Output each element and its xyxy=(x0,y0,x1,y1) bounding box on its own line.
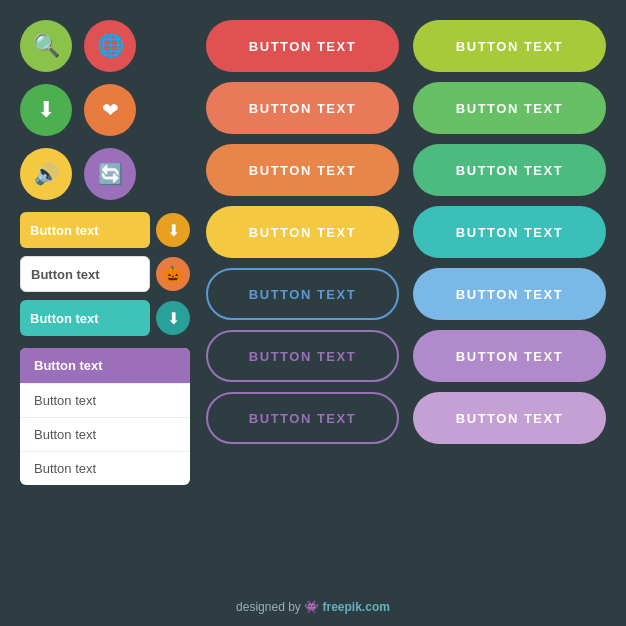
dropdown-item-1[interactable]: Button text xyxy=(20,383,190,417)
small-button-row-2: Button text 🎃 xyxy=(20,256,190,292)
button-salmon[interactable]: BUTTON TEXT xyxy=(206,82,399,134)
button-column-1: BUTTON TEXT BUTTON TEXT BUTTON TEXT BUTT… xyxy=(206,20,399,485)
small-button-yellow[interactable]: Button text xyxy=(20,212,150,248)
icon-row-3: 🔊 🔄 xyxy=(20,148,190,200)
small-button-teal[interactable]: Button text xyxy=(20,300,150,336)
footer-brand: freepik.com xyxy=(323,600,390,614)
button-blue-solid[interactable]: BUTTON TEXT xyxy=(413,268,606,320)
small-button-white-label: Button text xyxy=(31,267,100,282)
dropdown-header[interactable]: Button text xyxy=(20,348,190,383)
dropdown-item-3[interactable]: Button text xyxy=(20,451,190,485)
button-green-light[interactable]: BUTTON TEXT xyxy=(413,20,606,72)
footer: designed by 👾 freepik.com xyxy=(0,600,626,614)
footer-text: designed by xyxy=(236,600,304,614)
download-teal-small-icon[interactable]: ⬇ xyxy=(156,301,190,335)
button-purple2-solid[interactable]: BUTTON TEXT xyxy=(413,392,606,444)
button-column-2: BUTTON TEXT BUTTON TEXT BUTTON TEXT BUTT… xyxy=(413,20,606,485)
icon-row-2: ⬇ ❤ xyxy=(20,84,190,136)
button-orange[interactable]: BUTTON TEXT xyxy=(206,144,399,196)
small-button-teal-label: Button text xyxy=(30,311,99,326)
heart-icon-circle[interactable]: ❤ xyxy=(84,84,136,136)
search-icon-circle[interactable]: 🔍 xyxy=(20,20,72,72)
button-yellow[interactable]: BUTTON TEXT xyxy=(206,206,399,258)
button-teal[interactable]: BUTTON TEXT xyxy=(413,206,606,258)
button-outline-blue[interactable]: BUTTON TEXT xyxy=(206,268,399,320)
button-purple-solid[interactable]: BUTTON TEXT xyxy=(413,330,606,382)
halloween-small-icon[interactable]: 🎃 xyxy=(156,257,190,291)
button-green[interactable]: BUTTON TEXT xyxy=(413,82,606,134)
left-column: 🔍 🌐 ⬇ ❤ 🔊 🔄 Button text ⬇ Button text 🎃 xyxy=(20,20,190,485)
dropdown-item-2[interactable]: Button text xyxy=(20,417,190,451)
download-small-icon[interactable]: ⬇ xyxy=(156,213,190,247)
button-outline-purple-2[interactable]: BUTTON TEXT xyxy=(206,392,399,444)
download-icon-circle[interactable]: ⬇ xyxy=(20,84,72,136)
small-button-white[interactable]: Button text xyxy=(20,256,150,292)
button-green2[interactable]: BUTTON TEXT xyxy=(413,144,606,196)
right-columns: BUTTON TEXT BUTTON TEXT BUTTON TEXT BUTT… xyxy=(206,20,606,485)
button-outline-purple-1[interactable]: BUTTON TEXT xyxy=(206,330,399,382)
button-red[interactable]: BUTTON TEXT xyxy=(206,20,399,72)
speaker-icon-circle[interactable]: 🔊 xyxy=(20,148,72,200)
globe-icon-circle[interactable]: 🌐 xyxy=(84,20,136,72)
footer-icon: 👾 xyxy=(304,600,319,614)
small-button-row-3: Button text ⬇ xyxy=(20,300,190,336)
dropdown-menu: Button text Button text Button text Butt… xyxy=(20,348,190,485)
icon-row-1: 🔍 🌐 xyxy=(20,20,190,72)
small-button-row-1: Button text ⬇ xyxy=(20,212,190,248)
small-button-yellow-label: Button text xyxy=(30,223,99,238)
refresh-icon-circle[interactable]: 🔄 xyxy=(84,148,136,200)
